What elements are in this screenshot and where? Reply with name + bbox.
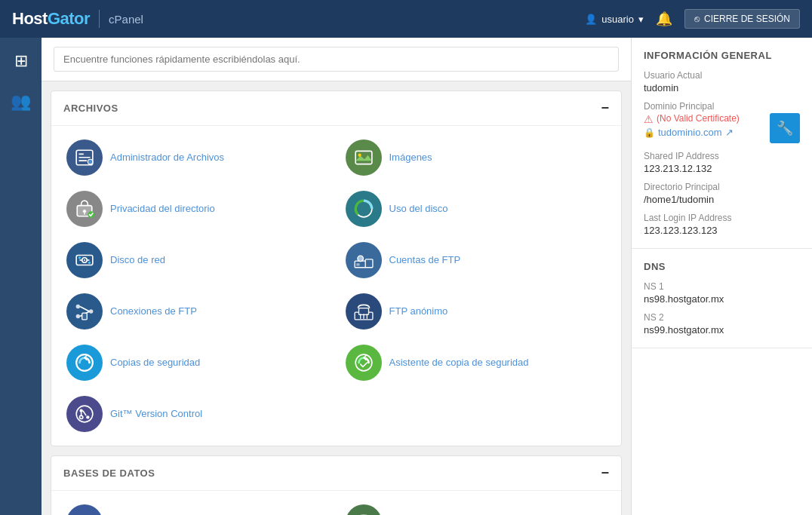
warning-icon: ⚠ bbox=[644, 113, 654, 125]
cert-warning: ⚠ (No Valid Certificate) bbox=[644, 113, 764, 125]
right-sidebar: INFORMACIÓN GENERAL Usuario Actual tudom… bbox=[631, 38, 812, 515]
list-item[interactable]: Disco de red bbox=[57, 235, 337, 286]
brand-text: HostGator bbox=[12, 9, 90, 29]
logout-button[interactable]: ⎋ CIERRE DE SESIÓN bbox=[684, 9, 800, 29]
item-label: Git™ Version Control bbox=[110, 408, 202, 421]
section-bases-de-datos: BASES DE DATOS − phpMyAdmin bbox=[51, 455, 622, 515]
ns2-label: NS 2 bbox=[644, 312, 800, 323]
home-dir-label: Directorio Principal bbox=[644, 182, 800, 192]
svg-rect-2 bbox=[78, 157, 90, 158]
lock-icon: 🔒 bbox=[644, 127, 655, 138]
item-label: Uso del disco bbox=[389, 203, 448, 216]
mysql-icon bbox=[346, 504, 382, 515]
svg-point-25 bbox=[76, 305, 80, 308]
section-archivos-toggle[interactable]: − bbox=[601, 100, 609, 116]
user-menu[interactable]: 👤 usuario ▾ bbox=[585, 14, 644, 25]
svg-point-18 bbox=[84, 259, 85, 261]
svg-point-19 bbox=[78, 256, 81, 259]
last-login-ip-value: 123.123.123.123 bbox=[644, 225, 800, 236]
disk-icon bbox=[346, 191, 382, 227]
header-divider bbox=[99, 10, 100, 28]
list-item[interactable]: Git™ Version Control bbox=[57, 388, 337, 440]
list-item[interactable]: Uso del disco bbox=[337, 183, 616, 235]
svg-rect-30 bbox=[82, 313, 88, 320]
list-item[interactable]: Asistente de copia de seguridad bbox=[337, 337, 616, 388]
search-bar bbox=[42, 38, 631, 81]
user-icon: 👤 bbox=[585, 14, 597, 25]
user-label: usuario bbox=[601, 14, 634, 25]
header: HostGator cPanel 👤 usuario ▾ 🔔 ⎋ CIERRE … bbox=[0, 0, 812, 38]
domain-info: ⚠ (No Valid Certificate) 🔒 tudominio.com… bbox=[644, 113, 764, 138]
archivos-grid: Administrador de Archivos Imágenes bbox=[57, 132, 615, 440]
svg-point-26 bbox=[76, 314, 80, 318]
list-item[interactable]: FTP anónimo bbox=[337, 286, 616, 337]
general-info-section: INFORMACIÓN GENERAL Usuario Actual tudom… bbox=[632, 38, 812, 249]
cpanel-label: cPanel bbox=[109, 13, 143, 26]
privacy-icon bbox=[66, 191, 103, 227]
wrench-button[interactable]: 🔧 bbox=[770, 113, 800, 143]
phpmyadmin-icon bbox=[66, 504, 103, 515]
backup-wizard-icon bbox=[346, 345, 382, 381]
notifications-button[interactable]: 🔔 bbox=[656, 11, 672, 27]
svg-point-4 bbox=[88, 159, 93, 164]
section-bases-title: BASES DE DATOS bbox=[63, 467, 155, 479]
list-item[interactable]: Privacidad del directorio bbox=[57, 183, 337, 235]
svg-rect-3 bbox=[78, 160, 87, 161]
item-label: Copias de seguridad bbox=[110, 357, 200, 369]
list-item[interactable]: Bases de datos MySQL® bbox=[337, 497, 616, 515]
ftp-connections-icon bbox=[66, 293, 103, 330]
sidebar-item-grid[interactable]: ⊞ bbox=[10, 47, 32, 75]
list-item[interactable]: Cuentas de FTP bbox=[337, 235, 616, 286]
last-login-ip-label: Last Login IP Address bbox=[644, 213, 800, 223]
dns-title: DNS bbox=[644, 261, 800, 272]
current-user-label: Usuario Actual bbox=[644, 70, 800, 81]
bases-grid: phpMyAdmin Bases de datos MySQL® bbox=[57, 497, 615, 515]
list-item[interactable]: Administrador de Archivos bbox=[57, 132, 337, 183]
general-info-title: INFORMACIÓN GENERAL bbox=[644, 50, 800, 61]
item-label: Disco de red bbox=[110, 254, 165, 267]
section-archivos-title: ARCHIVOS bbox=[63, 103, 118, 114]
brand-host: Host bbox=[12, 9, 48, 28]
ns2-value: ns99.hostgator.mx bbox=[644, 324, 800, 336]
domain-name: tudominio.com bbox=[658, 127, 722, 138]
item-label: Privacidad del directorio bbox=[110, 203, 215, 216]
shared-ip-label: Shared IP Address bbox=[644, 151, 800, 161]
list-item[interactable]: Conexiones de FTP bbox=[57, 286, 337, 337]
domain-warning-text: (No Valid Certificate) bbox=[657, 113, 740, 125]
sidebar-item-users[interactable]: 👥 bbox=[6, 87, 35, 116]
list-item[interactable]: Imágenes bbox=[337, 132, 616, 183]
section-archivos-body: Administrador de Archivos Imágenes bbox=[51, 126, 621, 446]
external-link-icon: ↗ bbox=[725, 127, 734, 138]
images-icon bbox=[346, 139, 382, 176]
item-label: Administrador de Archivos bbox=[110, 152, 224, 164]
section-archivos: ARCHIVOS − Administrador de Archivos bbox=[51, 90, 622, 446]
main-domain-label: Dominio Principal bbox=[644, 101, 800, 112]
section-bases-toggle[interactable]: − bbox=[601, 465, 609, 481]
main-content: ARCHIVOS − Administrador de Archivos bbox=[42, 38, 631, 515]
svg-point-27 bbox=[89, 309, 93, 313]
ns1-label: NS 1 bbox=[644, 281, 800, 292]
svg-point-23 bbox=[357, 256, 363, 262]
domain-block: ⚠ (No Valid Certificate) 🔒 tudominio.com… bbox=[644, 113, 800, 143]
section-bases-body: phpMyAdmin Bases de datos MySQL® bbox=[51, 491, 621, 515]
layout: ⊞ 👥 ARCHIVOS − Administrador d bbox=[0, 38, 812, 515]
list-item[interactable]: Copias de seguridad bbox=[57, 337, 337, 388]
item-label: Asistente de copia de seguridad bbox=[389, 357, 529, 369]
svg-rect-32 bbox=[358, 308, 368, 315]
domain-link[interactable]: 🔒 tudominio.com ↗ bbox=[644, 127, 764, 138]
ns1-value: ns98.hostgator.mx bbox=[644, 293, 800, 305]
section-archivos-header: ARCHIVOS − bbox=[51, 91, 621, 126]
network-disk-icon bbox=[66, 242, 103, 278]
item-label: Imágenes bbox=[389, 152, 432, 164]
header-right: 👤 usuario ▾ 🔔 ⎋ CIERRE DE SESIÓN bbox=[585, 9, 800, 29]
brand-gator: Gator bbox=[48, 9, 90, 28]
backup-icon bbox=[66, 345, 103, 381]
svg-point-10 bbox=[83, 210, 86, 213]
list-item[interactable]: phpMyAdmin bbox=[57, 497, 337, 515]
item-label: Cuentas de FTP bbox=[389, 254, 461, 267]
svg-point-39 bbox=[80, 409, 83, 412]
dns-section: DNS NS 1 ns98.hostgator.mx NS 2 ns99.hos… bbox=[632, 249, 812, 348]
search-input[interactable] bbox=[54, 47, 619, 72]
current-user-value: tudomin bbox=[644, 82, 800, 93]
shared-ip-value: 123.213.12.132 bbox=[644, 163, 800, 174]
